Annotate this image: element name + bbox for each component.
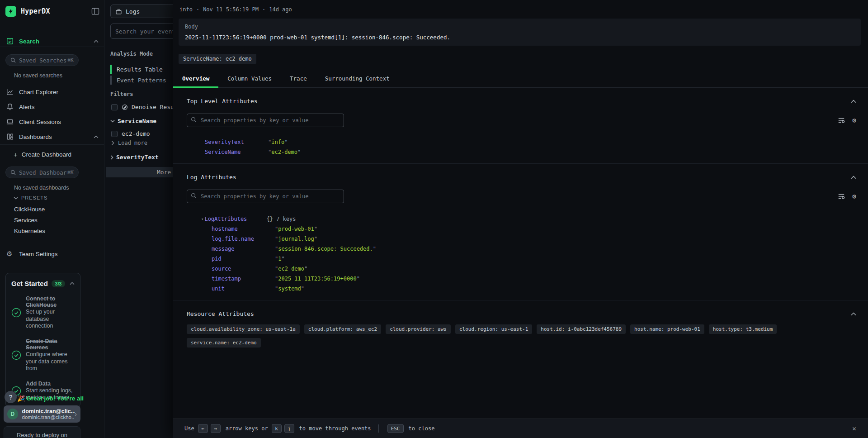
sidebar-item-search[interactable]: Search [6,35,99,47]
chevron-right-icon: › [75,410,77,418]
attribute-key[interactable]: log.file.name [212,236,275,242]
arrow-left-key: ← [198,424,208,433]
mode-label: Event Patterns [117,77,166,84]
load-more-button[interactable]: Load more [111,140,147,146]
resource-chip[interactable]: host.type: t3.medium [709,324,777,334]
attribute-value[interactable]: journal.log [275,236,317,242]
search-icon [10,170,16,175]
get-started-task[interactable]: Create Data Sources Configure where your… [11,338,75,372]
preset-item[interactable]: Services [0,214,104,225]
attribute-key[interactable]: hostname [212,226,275,232]
event-body-card: Body 2025-11-11T23:56:19+0000 prod-web-0… [179,19,861,46]
attribute-value[interactable]: session-846.scope: Succeeded. [275,246,376,252]
service-name-tag[interactable]: ServiceName: ec2-demo [179,54,256,64]
mode-results-table[interactable]: Results Table [110,64,163,74]
attribute-key[interactable]: message [212,246,275,252]
saved-dashboards-input[interactable]: Saved Dashboards ⌘K [5,167,79,178]
check-circle-icon [11,308,21,318]
denoise-contrast-icon [122,104,128,110]
chevron-up-icon[interactable] [851,176,856,179]
attribute-key[interactable]: source [212,266,275,272]
attribute-key[interactable]: pid [212,256,275,262]
tab-overview[interactable]: Overview [173,71,218,88]
presets-toggle[interactable]: PRESETS [14,195,47,200]
wrap-lines-icon[interactable] [838,193,845,200]
help-button[interactable]: ? [5,391,17,403]
log-attributes-property-search-input[interactable] [187,190,344,203]
plus-icon: + [14,151,18,158]
sidebar-item-chart-explorer[interactable]: Chart Explorer [6,86,99,98]
mode-label: Results Table [117,66,163,73]
source-selector-button[interactable]: Logs [110,5,178,18]
collapse-triangle-icon[interactable]: ▾ [201,217,203,221]
chevron-down-icon [110,119,115,123]
tab-surrounding-context[interactable]: Surrounding Context [316,71,399,88]
resource-chip[interactable]: host.name: prod-web-01 [630,324,704,334]
chevron-up-icon[interactable] [851,100,856,103]
event-timestamp: Nov 11 5:56:19 PM [203,6,259,13]
divider [0,47,104,47]
dot-separator: · [196,6,199,13]
attribute-value[interactable]: ec2-demo [268,149,301,155]
close-icon[interactable]: ✕ [852,424,856,433]
attribute-key[interactable]: unit [212,286,275,292]
attribute-value[interactable]: ec2-demo [275,266,307,272]
attribute-value[interactable]: systemd [275,286,304,292]
mode-event-patterns[interactable]: Event Patterns [110,75,166,85]
attribute-row: timestamp 2025-11-11T23:56:19+0000 [212,274,856,284]
settings-gear-icon[interactable]: ⚙ [852,117,856,124]
search-icon [191,117,197,123]
filter-group-label: ServiceName [118,118,156,124]
party-emoji-icon: 🎉 [17,395,25,402]
resource-chip[interactable]: cloud.region: us-east-1 [455,324,532,334]
attribute-key[interactable]: timestamp [212,276,275,282]
task-title: Create Data Sources [26,338,75,351]
no-saved-searches-text: No saved searches [14,72,62,79]
attribute-value[interactable]: 1 [275,256,285,262]
attribute-key[interactable]: SeverityText [205,139,268,145]
resource-chip[interactable]: cloud.provider: aws [386,324,451,334]
sidebar-item-label: Search [19,38,39,45]
no-saved-dashboards-text: No saved dashboards [14,185,69,191]
preset-item[interactable]: Kubernetes [0,225,104,236]
tab-trace[interactable]: Trace [281,71,316,88]
filter-group-severitytext[interactable]: SeverityText [110,154,159,161]
ec2-demo-checkbox[interactable] [111,131,118,137]
saved-searches-input[interactable]: Saved Searches ⌘K [5,54,79,66]
sidebar-item-dashboards[interactable]: Dashboards [6,131,99,143]
attribute-value[interactable]: info [268,139,288,145]
sidebar-item-label: Client Sessions [19,119,61,125]
resource-chip[interactable]: cloud.platform: aws_ec2 [304,324,381,334]
sidebar-item-alerts[interactable]: Alerts [6,101,99,113]
wrap-lines-icon[interactable] [838,117,845,124]
resource-attribute-chips: cloud.availability_zone: us-east-1acloud… [187,324,783,348]
deploy-note-card[interactable]: Ready to deploy on [4,426,80,438]
create-dashboard-button[interactable]: + Create Dashboard [14,151,71,158]
get-started-task[interactable]: Connect to ClickHouse Set up your databa… [11,295,75,330]
sidebar-item-client-sessions[interactable]: Client Sessions [6,116,99,128]
filter-value-ec2-demo[interactable]: ec2-demo [111,130,150,137]
group-name[interactable]: LogAttributes [204,216,266,222]
attribute-key[interactable]: ServiceName [205,149,268,155]
top-level-property-search-input[interactable] [187,114,344,127]
chevron-up-icon[interactable] [94,135,99,138]
denoise-checkbox[interactable] [111,104,118,110]
attribute-value[interactable]: 2025-11-11T23:56:19+0000 [275,276,360,282]
attribute-value[interactable]: prod-web-01 [275,226,317,232]
resource-chip[interactable]: host.id: i-0abc123def456789 [537,324,626,334]
sidebar-item-team-settings[interactable]: ⚙ Team Settings [6,248,99,260]
chevron-up-icon[interactable] [94,40,99,43]
resource-chip[interactable]: cloud.availability_zone: us-east-1a [187,324,300,334]
chevron-up-icon[interactable] [851,312,856,316]
source-label: Logs [126,8,140,15]
sidebar-collapse-icon[interactable] [91,8,99,15]
tab-column-values[interactable]: Column Values [218,71,281,88]
hint-or: arrow keys or [226,425,268,432]
filter-group-servicename[interactable]: ServiceName [110,118,156,124]
settings-gear-icon[interactable]: ⚙ [852,193,856,200]
k-key: k [272,424,282,433]
chevron-up-icon[interactable] [70,282,75,285]
resource-chip[interactable]: service.name: ec2-demo [187,338,261,348]
preset-item[interactable]: ClickHouse [0,204,104,214]
user-menu[interactable]: D dominic.tran@clic... dominic.tran@clic… [4,405,80,423]
